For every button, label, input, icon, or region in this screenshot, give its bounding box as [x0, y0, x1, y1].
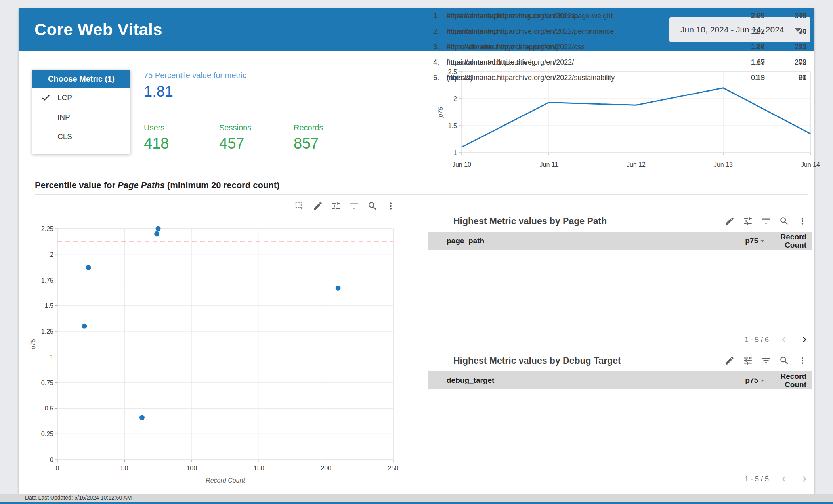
tune-icon[interactable] [743, 355, 753, 366]
row-record-count: 340 [765, 12, 812, 20]
column-header-p75[interactable]: p75 [670, 237, 765, 245]
debug-target-table-header: debug_target p75 Record Count [428, 371, 812, 389]
row-record-count: 72 [765, 58, 812, 67]
svg-text:50: 50 [121, 465, 128, 472]
row-label: #intro>div.intro-image-wrapper>img [447, 43, 670, 51]
svg-text:0: 0 [50, 456, 53, 463]
svg-text:1.25: 1.25 [41, 328, 53, 335]
previous-page-button[interactable] [778, 334, 789, 345]
svg-text:100: 100 [186, 465, 197, 472]
svg-text:2.25: 2.25 [41, 225, 53, 232]
zoom-icon[interactable] [779, 355, 789, 366]
section-title: Percentile value for Page Paths (minimum… [35, 180, 279, 191]
records-scorecard: Records 857 [294, 123, 323, 152]
svg-text:250: 250 [388, 465, 399, 472]
filter-icon[interactable] [761, 355, 771, 366]
scatter-chart[interactable]: 00.250.50.7511.251.51.7522.2505010015020… [27, 219, 419, 493]
scatter-chart-toolbar [294, 201, 396, 211]
edit-icon[interactable] [313, 201, 323, 211]
row-index: 5. [428, 74, 447, 82]
metric-selector-header[interactable]: Choose Metric (1) [32, 70, 130, 88]
column-header-page-path[interactable]: page_path [447, 237, 670, 245]
table-title-page-path: Highest Metric values by Page Path [453, 216, 607, 227]
debug-target-table-pagination: 1 - 5 / 5 [428, 473, 812, 485]
column-header-p75[interactable]: p75 [670, 376, 765, 385]
percentile-scorecard: 75 Percentile value for metric 1.81 [144, 71, 246, 100]
bottom-accent-strip [0, 502, 833, 504]
filter-icon[interactable] [761, 216, 771, 226]
filter-icon[interactable] [349, 201, 359, 211]
table-row[interactable]: 1.#maincontent>picture>img.content-banne… [428, 8, 812, 24]
report-footer: Data Last Updated: 6/15/2024 10:12:50 AM [0, 494, 833, 502]
users-label: Users [144, 123, 169, 132]
metric-option-list: LCPINPCLS [32, 88, 130, 146]
metric-option-cls[interactable]: CLS [32, 127, 130, 146]
row-p75-value: 0.19 [670, 74, 765, 82]
page-path-table-pagination: 1 - 5 / 6 [428, 334, 812, 345]
svg-text:2: 2 [453, 95, 457, 102]
svg-text:p75: p75 [30, 339, 36, 350]
more-options-icon[interactable] [797, 216, 808, 226]
metric-option-label: LCP [57, 94, 72, 102]
previous-page-button[interactable] [778, 473, 789, 485]
table-title-debug-target: Highest Metric values by Debug Target [453, 355, 621, 366]
table-row[interactable]: 5.(not set)0.1961 [428, 70, 812, 86]
table-row[interactable]: 2.#maincontent>p1.9736 [428, 24, 812, 39]
row-index: 4. [428, 58, 447, 67]
column-header-record-count[interactable]: Record Count [765, 372, 812, 389]
svg-text:1: 1 [50, 354, 53, 361]
svg-text:Record Count: Record Count [206, 477, 245, 484]
report-page: Core Web Vitals Jun 10, 2024 - Jun 14, 2… [19, 8, 814, 494]
row-record-count: 61 [765, 74, 812, 82]
users-value: 418 [144, 135, 169, 152]
sessions-value: 457 [219, 135, 251, 152]
check-icon [41, 132, 57, 142]
svg-text:Jun 10: Jun 10 [452, 161, 471, 168]
tune-icon[interactable] [743, 216, 753, 226]
sessions-scorecard: Sessions 457 [219, 123, 251, 152]
svg-text:1: 1 [453, 149, 457, 156]
row-index: 3. [428, 43, 447, 51]
page-path-table-toolbar [724, 216, 808, 226]
row-p75-value: 1.19 [670, 58, 765, 67]
debug-target-table-toolbar [724, 355, 808, 366]
metric-selector: Choose Metric (1) LCPINPCLS [32, 70, 130, 154]
row-p75-value: 1.97 [670, 27, 765, 36]
page-path-table-header: page_path p75 Record Count [428, 232, 812, 250]
column-header-debug-target[interactable]: debug_target [447, 376, 670, 385]
svg-text:2: 2 [50, 251, 53, 258]
svg-text:0.25: 0.25 [41, 431, 53, 437]
table-row[interactable]: 3.#intro>div.intro-image-wrapper>img1.76… [428, 39, 812, 55]
last-updated-text: Data Last Updated: 6/15/2024 10:12:50 AM [25, 494, 132, 501]
column-header-record-count[interactable]: Record Count [765, 233, 812, 249]
records-value: 857 [294, 135, 323, 152]
marquee-select-icon[interactable] [294, 201, 305, 211]
row-index: 2. [428, 27, 447, 36]
sessions-label: Sessions [219, 123, 251, 132]
metric-option-lcp[interactable]: LCP [32, 88, 130, 107]
svg-text:Jun 14: Jun 14 [801, 161, 820, 168]
table-row[interactable]: 4.#maincontent>h1.title.title-lg1.1972 [428, 55, 812, 70]
metric-option-inp[interactable]: INP [32, 107, 130, 127]
tune-icon[interactable] [331, 201, 341, 211]
next-page-button[interactable] [799, 473, 810, 485]
report-title: Core Web Vitals [34, 20, 162, 39]
section-divider [35, 194, 808, 195]
debug-target-table-body: 1.#maincontent>picture>img.content-banne… [428, 8, 812, 86]
edit-icon[interactable] [724, 355, 735, 366]
pagination-range: 1 - 5 / 5 [745, 475, 769, 483]
svg-text:1.5: 1.5 [448, 122, 457, 129]
next-page-button[interactable] [799, 334, 810, 345]
metric-option-label: INP [57, 113, 70, 122]
edit-icon[interactable] [724, 216, 735, 226]
percentile-value: 1.81 [144, 83, 246, 100]
svg-text:Jun 11: Jun 11 [540, 161, 558, 168]
more-options-icon[interactable] [797, 355, 808, 366]
more-options-icon[interactable] [386, 201, 396, 211]
svg-text:Jun 12: Jun 12 [627, 161, 646, 168]
zoom-icon[interactable] [367, 201, 378, 211]
svg-text:150: 150 [254, 465, 264, 472]
zoom-icon[interactable] [779, 216, 789, 226]
row-label: #maincontent>h1.title.title-lg [447, 58, 670, 67]
row-p75-value: 1.76 [670, 43, 765, 51]
